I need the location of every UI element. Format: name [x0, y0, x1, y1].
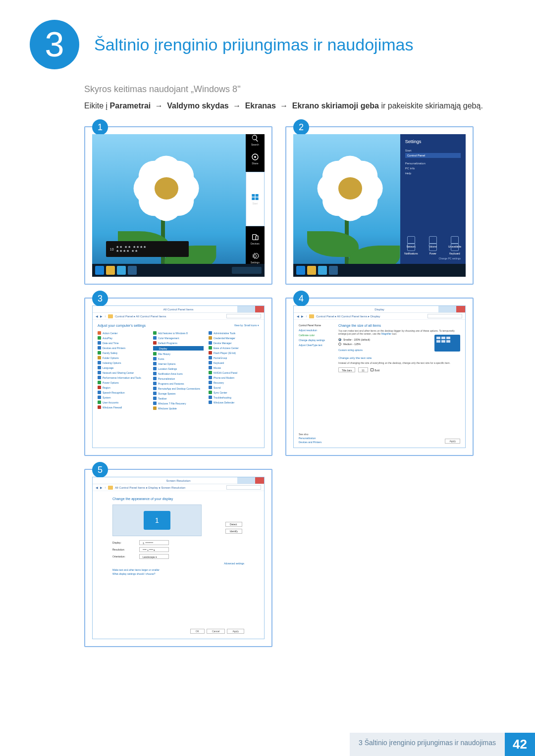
cp-item[interactable]: Phone and Modem	[209, 376, 259, 379]
cancel-button[interactable]: Cancel	[207, 629, 225, 634]
cp-item[interactable]: Programs and Features	[153, 382, 204, 385]
cp-item[interactable]: HomeGroup	[209, 356, 259, 359]
tile-power[interactable]: Power	[427, 243, 439, 255]
window-titlebar[interactable]: All Control Panel Items	[93, 306, 264, 313]
cp-item[interactable]: User Accounts	[98, 401, 148, 404]
cp-item[interactable]: System	[98, 396, 148, 399]
settings-charm-panel[interactable]: Settings Start Control Panel Personaliza…	[400, 134, 466, 264]
cp-item[interactable]: Windows 7 File Recovery	[153, 402, 204, 405]
breadcrumb-path[interactable]: Control Panel ▸ All Control Panel Items	[115, 314, 166, 318]
window-titlebar[interactable]: Display	[294, 306, 465, 313]
cp-item[interactable]: Mouse	[209, 366, 259, 369]
sidebar-home[interactable]: Control Panel Home	[299, 324, 333, 327]
cp-item[interactable]: Credential Manager	[209, 336, 259, 340]
cp-item[interactable]: Performance Information and Tools	[98, 376, 148, 379]
maximize-button[interactable]	[447, 306, 456, 312]
detect-button[interactable]: Detect	[225, 522, 242, 527]
cp-item[interactable]: Flash Player (32-bit)	[209, 351, 259, 354]
charm-share[interactable]: Share	[249, 153, 262, 165]
tile-keyboard[interactable]: Keyboard	[448, 243, 461, 255]
cp-item[interactable]: Recovery	[209, 381, 259, 384]
charms-bar[interactable]: Search Share Start Devices Settings	[246, 134, 265, 264]
cp-item[interactable]: Internet Options	[153, 362, 204, 365]
taskbar-app-icon[interactable]	[329, 266, 338, 275]
maximize-button[interactable]	[246, 477, 255, 484]
sidebar-link[interactable]: Calibrate color	[299, 334, 333, 337]
cp-item[interactable]: Add features to Windows 8	[153, 331, 204, 335]
cp-item[interactable]: Folder Options	[98, 356, 148, 359]
scale-items-link[interactable]: Make text and other items larger or smal…	[112, 568, 244, 572]
cp-item[interactable]: File History	[153, 352, 204, 355]
minimize-button[interactable]	[237, 306, 246, 312]
cp-item[interactable]: Storage Spaces	[153, 392, 204, 395]
cp-item[interactable]: Speech Recognition	[98, 391, 148, 394]
search-input[interactable]	[226, 485, 261, 490]
cp-item[interactable]: Windows Update	[153, 406, 204, 410]
charm-devices[interactable]: Devices	[249, 233, 262, 245]
charm-settings[interactable]: Settings	[249, 252, 262, 264]
charm-search[interactable]: Search	[249, 134, 262, 146]
settings-panel-item-selected[interactable]: Control Panel	[405, 153, 461, 158]
cp-item[interactable]: Administrative Tools	[209, 331, 259, 335]
cp-item[interactable]: Network and Sharing Center	[98, 371, 148, 374]
cp-item[interactable]: Troubleshooting	[209, 396, 259, 399]
close-button[interactable]	[255, 477, 264, 484]
cp-item[interactable]: Notification Area Icons	[153, 372, 204, 375]
cp-item[interactable]: RemoteApp and Desktop Connections	[153, 387, 204, 390]
cp-item[interactable]: Windows Firewall	[98, 405, 148, 409]
cp-item[interactable]: Color Management	[153, 336, 204, 340]
cp-item[interactable]: Keyboard	[209, 361, 259, 364]
resolution-select[interactable]: **** x **** ▾	[139, 547, 169, 552]
item-select[interactable]: Title bars	[338, 367, 355, 372]
display-preview[interactable]: 1	[112, 504, 202, 536]
taskbar-app-icon[interactable]	[318, 266, 327, 275]
close-button[interactable]	[456, 306, 465, 312]
cp-item[interactable]: Date and Time	[98, 341, 148, 345]
minimize-button[interactable]	[438, 306, 447, 312]
cp-item[interactable]: Action Center	[98, 331, 148, 335]
charm-start[interactable]: Start	[246, 172, 265, 226]
minimize-button[interactable]	[237, 477, 246, 484]
cp-item[interactable]: Ease of Access Center	[209, 346, 259, 350]
taskbar-app-icon[interactable]	[307, 266, 316, 275]
settings-panel-item[interactable]: PC info	[405, 166, 461, 171]
breadcrumb-path[interactable]: All Control Panel Items ▸ Display ▸ Scre…	[115, 486, 185, 489]
maximize-button[interactable]	[246, 306, 255, 312]
view-by-dropdown[interactable]: View by: Small icons ▾	[234, 324, 259, 327]
magnifier-link[interactable]: Magnifier	[381, 332, 392, 335]
cp-item[interactable]: Default Programs	[153, 341, 204, 345]
cp-item[interactable]: AutoPlay	[98, 336, 148, 340]
cp-item[interactable]: Family Safety	[98, 351, 148, 354]
cp-item[interactable]: Indexing Options	[98, 361, 148, 364]
forward-button[interactable]: ▶	[100, 314, 103, 318]
taskbar-app-icon[interactable]	[106, 266, 115, 275]
taskbar-app-icon[interactable]	[117, 266, 126, 275]
cp-item[interactable]: Devices and Printers	[98, 346, 148, 350]
display-select[interactable]: 1. ********	[139, 540, 169, 545]
cp-item[interactable]: Location Settings	[153, 367, 204, 370]
ok-button[interactable]: OK	[190, 629, 205, 634]
close-button[interactable]	[255, 306, 264, 312]
back-button[interactable]: ◀	[96, 314, 98, 318]
search-input[interactable]	[428, 314, 462, 318]
system-tray[interactable]	[232, 267, 262, 274]
cp-item[interactable]: Fonts	[153, 357, 204, 360]
cp-item[interactable]: Region	[98, 386, 148, 389]
breadcrumb[interactable]: ◀▶↑ Control Panel ▸ All Control Panel It…	[294, 313, 465, 320]
settings-panel-item[interactable]: Start	[405, 148, 461, 153]
help-link[interactable]: What display settings should I choose?	[112, 572, 244, 576]
breadcrumb[interactable]: ◀▶↑ Control Panel ▸ All Control Panel It…	[93, 313, 264, 320]
size-select[interactable]: 11	[358, 367, 368, 372]
taskbar-app-icon[interactable]	[128, 266, 137, 275]
cp-item[interactable]: Personalization	[153, 377, 204, 380]
bold-checkbox[interactable]	[371, 368, 374, 371]
cp-item[interactable]: Language	[98, 366, 148, 369]
window-titlebar[interactable]: Screen Resolution	[93, 477, 264, 484]
sidebar-link[interactable]: Adjust ClearType text	[299, 344, 333, 347]
taskbar-app-icon[interactable]	[296, 266, 305, 275]
sidebar-link[interactable]: Adjust resolution	[299, 329, 333, 332]
search-input[interactable]	[226, 314, 261, 318]
taskbar[interactable]	[293, 264, 466, 277]
cp-item[interactable]: Taskbar	[153, 397, 204, 400]
cp-item[interactable]: NVIDIA Control Panel	[209, 371, 259, 374]
